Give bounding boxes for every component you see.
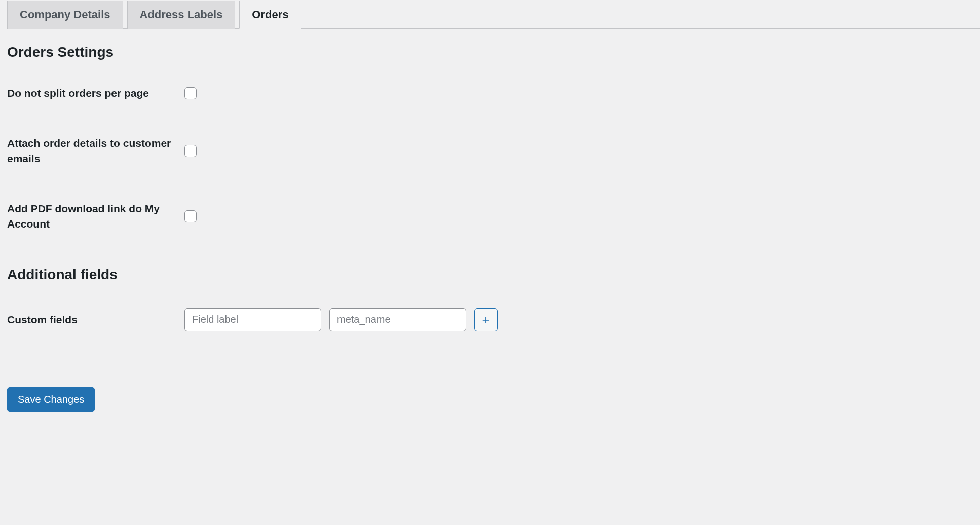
checkbox-pdf-link[interactable] [184,210,197,222]
tab-address-labels[interactable]: Address Labels [127,1,236,29]
settings-content: Orders Settings Do not split orders per … [0,29,980,427]
label-attach-emails: Attach order details to customer emails [7,136,184,166]
add-field-button[interactable]: + [474,308,498,331]
orders-settings-title: Orders Settings [7,44,973,60]
input-meta-name[interactable] [329,308,466,331]
additional-fields-title: Additional fields [7,267,973,283]
label-no-split: Do not split orders per page [7,86,184,100]
label-custom-fields: Custom fields [7,312,184,327]
row-custom-fields: Custom fields + [7,308,973,331]
label-pdf-link: Add PDF download link do My Account [7,201,184,231]
row-attach-emails: Attach order details to customer emails [7,136,973,166]
row-no-split: Do not split orders per page [7,86,973,100]
tab-company-details[interactable]: Company Details [7,1,123,29]
save-changes-button[interactable]: Save Changes [7,387,95,412]
tab-orders[interactable]: Orders [239,1,301,29]
checkbox-no-split[interactable] [184,87,197,99]
checkbox-attach-emails[interactable] [184,145,197,157]
input-field-label[interactable] [184,308,321,331]
row-pdf-link: Add PDF download link do My Account [7,201,973,231]
tabs-nav: Company Details Address Labels Orders [7,0,980,29]
custom-fields-inputs: + [184,308,498,331]
